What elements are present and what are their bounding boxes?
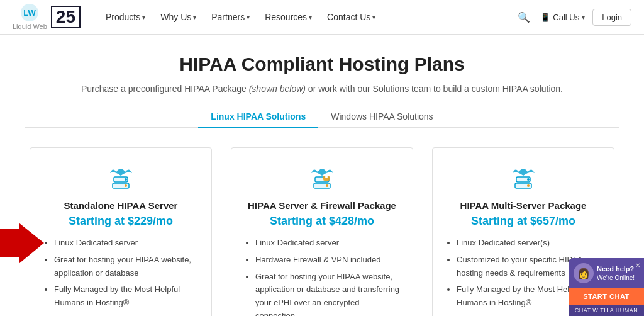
svg-point-14	[527, 178, 530, 181]
list-item: Linux Dedicated server	[54, 237, 199, 250]
svg-point-11	[326, 184, 328, 187]
chevron-icon: ▾	[372, 14, 375, 21]
chat-info: Need help? We're Online!	[597, 264, 635, 281]
plan-firewall: HIPAA Server & Firewall Package Starting…	[231, 147, 413, 316]
chat-bottom-bar[interactable]: CHAT WITH A HUMAN	[569, 305, 644, 316]
list-item: Linux Dedicated server	[255, 237, 400, 250]
login-button[interactable]: Login	[592, 9, 631, 26]
list-item: Linux Dedicated server(s)	[457, 237, 601, 250]
navigation: LW Liquid Web 25 Products ▾ Why Us ▾ Par…	[0, 0, 644, 35]
nav-products[interactable]: Products ▾	[99, 8, 152, 26]
phone-icon: 📱	[540, 13, 550, 22]
page-title: HIPAA Compliant Hosting Plans	[25, 54, 619, 75]
chat-close-button[interactable]: ✕	[635, 262, 640, 269]
logo: LW Liquid Web 25	[13, 3, 80, 31]
plan-standalone: Standalone HIPAA Server Starting at $229…	[30, 147, 212, 316]
plan-1-features: Linux Dedicated server Great for hosting…	[43, 237, 199, 313]
search-button[interactable]: 🔍	[515, 9, 533, 26]
chat-start-button[interactable]: START CHAT	[569, 288, 644, 305]
chat-avatar: 👩	[574, 263, 594, 283]
logo-icon: LW	[19, 3, 40, 23]
list-item: Hardware Firewall & VPN included	[255, 254, 400, 267]
plan-3-name: HIPAA Multi-Server Package	[460, 200, 587, 211]
chat-widget: 👩 Need help? We're Online! ✕ START CHAT …	[569, 258, 644, 316]
chat-widget-header: 👩 Need help? We're Online! ✕	[569, 258, 644, 288]
svg-point-10	[325, 176, 328, 178]
main-content: HIPAA Compliant Hosting Plans Purchase a…	[0, 35, 644, 316]
chat-header: 👩 Need help? We're Online!	[569, 258, 644, 288]
chevron-icon: ▾	[309, 14, 312, 21]
list-item: Great for hosting your HIPAA website, ap…	[54, 254, 199, 280]
chevron-icon: ▾	[193, 14, 196, 21]
plan-2-features: Linux Dedicated server Hardware Firewall…	[244, 237, 400, 316]
svg-point-6	[125, 184, 127, 187]
plan-icon-firewall	[305, 161, 340, 194]
chevron-icon: ▾	[142, 14, 145, 21]
chevron-icon: ▾	[582, 14, 585, 21]
tab-windows[interactable]: Windows HIPAA Solutions	[318, 106, 445, 128]
chevron-icon: ▾	[247, 14, 250, 21]
svg-point-5	[125, 178, 127, 181]
nav-whyus[interactable]: Why Us ▾	[154, 8, 203, 26]
plans-wrapper: Standalone HIPAA Server Starting at $229…	[25, 147, 619, 316]
nav-partners[interactable]: Partners ▾	[205, 8, 256, 26]
logo-25: 25	[51, 6, 80, 28]
svg-point-15	[527, 184, 530, 187]
plan-1-name: Standalone HIPAA Server	[64, 200, 178, 211]
nav-links: Products ▾ Why Us ▾ Partners ▾ Resources…	[99, 8, 515, 26]
call-us-button[interactable]: 📱 Call Us ▾	[540, 13, 585, 22]
list-item: Fully Managed by the Most Helpful Humans…	[54, 283, 199, 310]
nav-resources[interactable]: Resources ▾	[258, 8, 318, 26]
plan-2-price: Starting at $428/mo	[270, 215, 374, 228]
plan-icon-multiserver	[506, 161, 541, 194]
list-item: Great for hosting your HIPAA website, ap…	[255, 271, 400, 316]
logo-text: Liquid Web	[13, 23, 47, 31]
plan-3-price: Starting at $657/mo	[471, 215, 575, 228]
plan-icon-standalone	[104, 161, 138, 194]
plan-2-name: HIPAA Server & Firewall Package	[248, 200, 396, 211]
nav-contact[interactable]: Contact Us ▾	[321, 8, 382, 26]
tab-linux[interactable]: Linux HIPAA Solutions	[198, 106, 318, 128]
nav-right: 🔍 📱 Call Us ▾ Login	[515, 9, 631, 26]
solution-tabs: Linux HIPAA Solutions Windows HIPAA Solu…	[25, 106, 619, 128]
page-subtitle: Purchase a preconfigured HIPAA Package (…	[25, 84, 619, 94]
svg-text:LW: LW	[24, 8, 36, 18]
plan-1-price: Starting at $229/mo	[69, 215, 173, 228]
plans-grid: Standalone HIPAA Server Starting at $229…	[25, 147, 619, 316]
